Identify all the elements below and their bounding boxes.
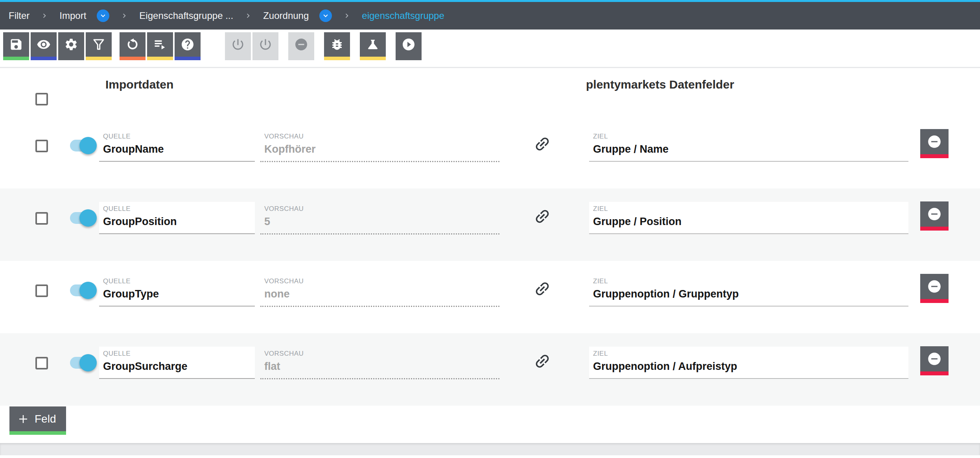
target-value: Gruppe / Name	[593, 143, 904, 161]
minus-circle-icon	[927, 134, 942, 149]
settings-button[interactable]	[58, 32, 84, 60]
toggle-knob	[79, 282, 97, 299]
source-field[interactable]: QUELLE GroupType	[99, 274, 255, 307]
breadcrumb-item-zuordnung[interactable]: Zuordnung	[263, 10, 309, 21]
remove-all-button[interactable]	[288, 32, 314, 60]
chevron-right-icon	[244, 11, 252, 20]
save-button[interactable]	[3, 32, 29, 60]
target-value: Gruppenoption / Gruppentyp	[593, 288, 904, 306]
flask-icon	[366, 37, 380, 52]
preview-field: VORSCHAU none	[260, 274, 499, 307]
import-data-title: Importdaten	[105, 78, 173, 91]
link-icon	[529, 276, 555, 301]
columns-header: Importdaten plentymarkets Datenfelder	[0, 69, 980, 116]
minus-circle-icon	[294, 37, 308, 52]
row-checkbox[interactable]	[35, 357, 48, 369]
source-value: GroupPosition	[103, 216, 251, 233]
target-label: ZIEL	[593, 133, 904, 140]
source-field[interactable]: QUELLE GroupPosition	[99, 202, 255, 234]
target-field[interactable]: ZIEL Gruppe / Position	[589, 202, 908, 234]
select-all-checkbox[interactable]	[35, 93, 48, 105]
remove-mapping-button[interactable]	[920, 201, 949, 231]
minus-circle-icon	[927, 279, 942, 294]
source-value: GroupSurcharge	[103, 360, 251, 378]
mapping-area: Importdaten plentymarkets Datenfelder QU…	[0, 69, 980, 443]
target-field[interactable]: ZIEL Gruppenoption / Aufpreistyp	[589, 347, 908, 379]
breadcrumb-item-import[interactable]: Import	[59, 10, 86, 21]
minus-circle-icon	[927, 351, 942, 366]
export-log-button[interactable]	[147, 32, 173, 60]
settings-gear-icon	[64, 37, 78, 52]
run-import-button[interactable]	[396, 32, 422, 60]
mapping-row: QUELLE GroupName VORSCHAU Kopfhörer ZIEL…	[0, 116, 980, 188]
minus-circle-icon	[927, 207, 942, 222]
preview-field: VORSCHAU 5	[260, 202, 499, 235]
breadcrumb-item-eigenschaftsgruppe[interactable]: Eigenschaftsgruppe ...	[139, 10, 233, 21]
zuordnung-dropdown-button[interactable]	[319, 9, 332, 22]
breadcrumb-item-filter[interactable]: Filter	[9, 10, 29, 21]
import-dropdown-button[interactable]	[97, 9, 109, 22]
filter-button[interactable]	[86, 32, 112, 60]
toggle-knob	[79, 209, 97, 227]
source-field[interactable]: QUELLE GroupSurcharge	[99, 347, 255, 379]
preview-label: VORSCHAU	[264, 133, 496, 140]
mapping-row: QUELLE GroupPosition VORSCHAU 5 ZIEL Gru…	[0, 188, 980, 261]
preview-value: flat	[264, 360, 496, 378]
save-icon	[9, 37, 23, 52]
mapping-toggle[interactable]	[70, 212, 96, 224]
breadcrumb: Filter Import Eigenschaftsgruppe ... Zuo…	[0, 0, 980, 30]
remove-mapping-button[interactable]	[920, 274, 949, 303]
target-label: ZIEL	[593, 205, 904, 213]
undo-button[interactable]	[120, 32, 146, 60]
link-icon	[529, 203, 555, 229]
chevron-right-icon	[120, 11, 129, 20]
mapping-row: QUELLE GroupSurcharge VORSCHAU flat ZIEL…	[0, 333, 980, 406]
help-icon	[181, 37, 195, 52]
preview-label: VORSCHAU	[264, 350, 496, 358]
target-label: ZIEL	[593, 277, 904, 285]
mapping-row: QUELLE GroupType VORSCHAU none ZIEL Grup…	[0, 261, 980, 333]
activate-button[interactable]	[225, 32, 251, 60]
preview-value: none	[264, 288, 496, 306]
remove-mapping-button[interactable]	[920, 129, 949, 158]
source-label: QUELLE	[103, 205, 251, 213]
preview-button[interactable]	[31, 32, 57, 60]
export-list-icon	[153, 37, 167, 52]
row-checkbox[interactable]	[35, 284, 48, 297]
toggle-knob	[79, 137, 97, 154]
preview-eye-icon	[37, 37, 51, 52]
help-button[interactable]	[175, 32, 201, 60]
source-field[interactable]: QUELLE GroupName	[99, 129, 255, 162]
plenty-fields-title: plentymarkets Datenfelder	[586, 78, 734, 91]
source-label: QUELLE	[103, 277, 251, 285]
preview-label: VORSCHAU	[264, 277, 496, 285]
target-field[interactable]: ZIEL Gruppenoption / Gruppentyp	[589, 274, 908, 307]
mapping-toggle[interactable]	[70, 284, 96, 296]
row-checkbox[interactable]	[35, 140, 48, 152]
mapping-toggle[interactable]	[70, 140, 96, 151]
source-value: GroupName	[103, 143, 251, 161]
chevron-right-icon	[343, 11, 351, 20]
preview-label: VORSCHAU	[264, 205, 496, 213]
breadcrumb-item-current-tab[interactable]: eigenschaftsgruppe	[362, 10, 444, 21]
debug-button[interactable]	[324, 32, 350, 60]
source-value: GroupType	[103, 288, 251, 306]
chevron-right-icon	[40, 11, 49, 20]
link-icon	[529, 131, 555, 157]
mapping-toggle[interactable]	[70, 357, 96, 369]
remove-mapping-button[interactable]	[920, 346, 949, 375]
source-label: QUELLE	[103, 350, 251, 358]
deactivate-button[interactable]	[252, 32, 278, 60]
row-checkbox[interactable]	[35, 212, 48, 225]
undo-icon	[125, 37, 140, 52]
preview-value: 5	[264, 216, 496, 233]
preview-value: Kopfhörer	[264, 143, 496, 161]
test-run-button[interactable]	[360, 32, 386, 60]
source-label: QUELLE	[103, 133, 251, 140]
add-field-label: Feld	[35, 413, 56, 425]
import-mapping-screen: Filter Import Eigenschaftsgruppe ... Zuo…	[0, 0, 980, 458]
target-field[interactable]: ZIEL Gruppe / Name	[589, 129, 908, 162]
link-icon	[529, 348, 555, 374]
filter-funnel-icon	[92, 37, 106, 52]
add-field-button[interactable]: Feld	[9, 406, 66, 435]
